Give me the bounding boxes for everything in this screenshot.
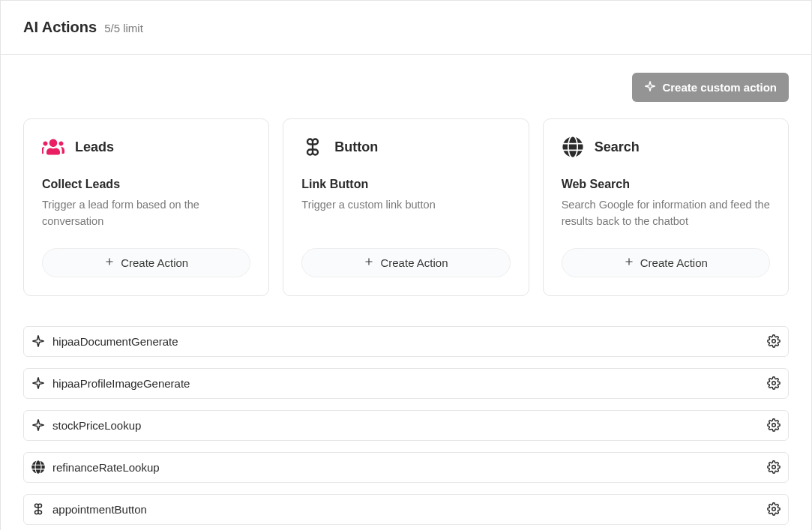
create-action-label: Create Action — [380, 256, 448, 269]
card-head: Search — [562, 137, 770, 157]
card-title: Search — [595, 139, 640, 155]
card-leads: Leads Collect Leads Trigger a lead form … — [23, 118, 269, 296]
create-custom-action-label: Create custom action — [662, 81, 777, 94]
sparkle-icon — [644, 80, 656, 94]
users-icon — [42, 137, 64, 157]
page-header: AI Actions 5/5 limit — [1, 1, 811, 55]
action-row[interactable]: stockPriceLookup — [23, 410, 789, 441]
card-subtitle: Link Button — [301, 178, 510, 191]
settings-button[interactable] — [766, 460, 781, 475]
action-label: hipaaDocumentGenerate — [52, 335, 758, 348]
card-description: Search Google for information and feed t… — [562, 197, 770, 230]
action-row[interactable]: appointmentButton — [23, 494, 789, 525]
card-head: Button — [301, 137, 510, 157]
action-label: hipaaProfileImageGenerate — [52, 377, 758, 390]
action-list: hipaaDocumentGenerate hipaaProfileImageG… — [23, 326, 789, 525]
card-subtitle: Collect Leads — [42, 178, 250, 191]
card-description: Trigger a custom link button — [301, 197, 510, 214]
command-icon — [31, 502, 45, 516]
card-subtitle: Web Search — [562, 178, 770, 191]
action-label: appointmentButton — [52, 503, 758, 516]
globe-icon — [31, 460, 45, 474]
cards-row: Leads Collect Leads Trigger a lead form … — [23, 118, 789, 296]
create-action-button[interactable]: Create Action — [42, 248, 250, 277]
plus-icon — [104, 256, 115, 269]
create-action-button[interactable]: Create Action — [301, 248, 510, 277]
card-title: Button — [334, 139, 378, 155]
top-bar: Create custom action — [23, 73, 789, 102]
plus-icon — [364, 256, 374, 269]
page-content: Create custom action Leads Collect Leads… — [1, 55, 811, 530]
page-title: AI Actions — [23, 19, 97, 36]
create-action-label: Create Action — [121, 256, 188, 269]
settings-button[interactable] — [766, 376, 781, 391]
app-container: AI Actions 5/5 limit Create custom actio… — [0, 0, 812, 530]
command-icon — [301, 137, 324, 157]
card-description: Trigger a lead form based on the convers… — [42, 197, 250, 230]
sparkle-icon — [31, 376, 45, 390]
card-head: Leads — [42, 137, 250, 157]
action-row[interactable]: hipaaProfileImageGenerate — [23, 368, 789, 399]
sparkle-icon — [31, 418, 45, 432]
create-action-label: Create Action — [640, 256, 708, 269]
action-row[interactable]: refinanceRateLookup — [23, 452, 789, 483]
plus-icon — [624, 256, 634, 269]
sparkle-icon — [31, 334, 45, 348]
settings-button[interactable] — [766, 334, 781, 349]
settings-button[interactable] — [766, 502, 781, 517]
action-row[interactable]: hipaaDocumentGenerate — [23, 326, 789, 357]
create-action-button[interactable]: Create Action — [562, 248, 770, 277]
globe-icon — [562, 137, 584, 157]
card-button: Button Link Button Trigger a custom link… — [283, 118, 529, 296]
card-search: Search Web Search Search Google for info… — [543, 118, 789, 296]
settings-button[interactable] — [766, 418, 781, 433]
usage-limit: 5/5 limit — [104, 22, 143, 34]
action-label: refinanceRateLookup — [52, 461, 758, 474]
create-custom-action-button[interactable]: Create custom action — [632, 73, 789, 102]
action-label: stockPriceLookup — [52, 419, 758, 432]
card-title: Leads — [75, 139, 114, 155]
